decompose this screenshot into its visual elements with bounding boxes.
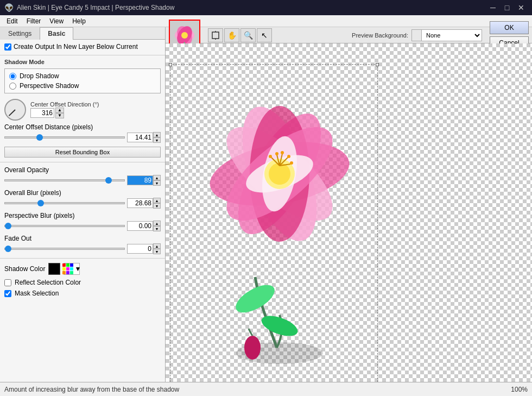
tool-select[interactable]: ↖: [257, 28, 272, 42]
svg-point-22: [275, 152, 278, 155]
mask-selection-checkbox[interactable]: [4, 290, 11, 297]
shadow-mode-label: Shadow Mode: [0, 58, 165, 66]
overall-blur-slider-row: ▲ ▼: [4, 198, 161, 209]
title-bar-title: Alien Skin | Eye Candy 5 Impact | Perspe…: [17, 4, 174, 11]
tool-transform[interactable]: [208, 28, 223, 42]
perspective-blur-slider[interactable]: [4, 225, 125, 227]
perspective-shadow-radio[interactable]: [9, 83, 16, 90]
reflect-selection-label: Reflect Selection Color: [15, 279, 81, 286]
overall-opacity-slider[interactable]: [4, 179, 125, 181]
offset-distance-down[interactable]: ▼: [153, 137, 161, 143]
pan-icon: ✋: [227, 31, 237, 40]
overall-blur-row: Overall Blur (pixels) ▲ ▼: [0, 187, 165, 210]
tab-settings[interactable]: Settings: [0, 27, 40, 40]
drop-shadow-row[interactable]: Drop Shadow: [9, 72, 156, 80]
overall-opacity-row: Overall Opacity ▲ ▼: [0, 165, 165, 187]
overall-opacity-slider-row: ▲ ▼: [4, 175, 161, 186]
tool-zoom[interactable]: 🔍: [240, 28, 256, 42]
perspective-shadow-label: Perspective Shadow: [20, 82, 79, 90]
menu-filter[interactable]: Filter: [22, 16, 46, 26]
direction-spin-btns: ▲ ▼: [55, 108, 64, 118]
fade-out-input-wrap: ▲ ▼: [127, 243, 161, 254]
close-button[interactable]: ✕: [515, 2, 528, 13]
preview-background-label: Preview Background:: [352, 32, 408, 39]
overall-blur-up[interactable]: ▲: [153, 198, 161, 203]
radio-group-shadow: Drop Shadow Perspective Shadow: [9, 72, 156, 90]
offset-distance-spin: ▲ ▼: [153, 132, 161, 143]
overall-blur-spin: ▲ ▼: [153, 198, 161, 209]
zoom-icon: 🔍: [244, 31, 253, 40]
offset-distance-input[interactable]: [127, 133, 153, 142]
fade-out-label: Fade Out: [4, 235, 161, 242]
offset-distance-slider[interactable]: [4, 136, 125, 139]
fade-out-slider-row: ▲ ▼: [4, 243, 161, 254]
preview-header: ✋ 🔍 ↖ Preview Background: None White Bla…: [166, 27, 532, 43]
perspective-blur-slider-row: ▲ ▼: [4, 221, 161, 231]
perspective-blur-down[interactable]: ▼: [153, 226, 161, 231]
fade-out-input[interactable]: [127, 244, 153, 254]
drop-shadow-radio[interactable]: [9, 73, 16, 80]
preview-tools: ✋ 🔍 ↖: [208, 28, 272, 42]
direction-input-row: ▲ ▼: [30, 108, 99, 118]
direction-dial[interactable]: [4, 99, 26, 121]
title-bar: 👽 Alien Skin | Eye Candy 5 Impact | Pers…: [0, 0, 532, 15]
svg-rect-5: [212, 32, 219, 39]
shadow-color-swatch[interactable]: [48, 263, 60, 275]
color-pattern-button[interactable]: ▼: [64, 263, 80, 275]
overall-blur-slider[interactable]: [4, 202, 125, 204]
create-output-row: Create Output In New Layer Below Current: [0, 40, 165, 53]
menu-edit[interactable]: Edit: [2, 16, 22, 26]
svg-point-31: [244, 336, 261, 360]
perspective-blur-label: Perspective Blur (pixels): [4, 212, 161, 219]
tool-pan[interactable]: ✋: [224, 28, 239, 42]
tab-basic[interactable]: Basic: [40, 27, 73, 40]
overall-opacity-down[interactable]: ▼: [153, 180, 161, 186]
create-output-checkbox[interactable]: [4, 43, 11, 51]
offset-distance-slider-row: ▲ ▼: [4, 132, 161, 143]
preview-background-select[interactable]: None White Black Custom: [422, 30, 482, 40]
fade-out-down[interactable]: ▼: [153, 249, 161, 254]
shadow-mode-section: Drop Shadow Perspective Shadow: [4, 68, 161, 93]
svg-point-3: [181, 32, 188, 39]
offset-distance-input-wrap: ▲ ▼: [127, 132, 161, 143]
preview-bg-controls: Preview Background: None White Black Cus…: [352, 29, 482, 41]
reset-bounding-box-button[interactable]: Reset Bounding Box: [4, 147, 161, 158]
menu-view[interactable]: View: [45, 16, 68, 26]
svg-point-26: [287, 155, 290, 158]
overall-opacity-input[interactable]: [127, 175, 153, 185]
menu-help[interactable]: Help: [68, 16, 90, 26]
canvas-area[interactable]: [166, 43, 532, 382]
reflect-selection-row: Reflect Selection Color: [0, 277, 165, 288]
pattern-dropdown-arrow: ▼: [74, 265, 81, 273]
perspective-shadow-row[interactable]: Perspective Shadow: [9, 82, 156, 90]
perspective-blur-up[interactable]: ▲: [153, 221, 161, 226]
direction-input[interactable]: [30, 108, 54, 118]
fade-out-up[interactable]: ▲: [153, 243, 161, 249]
direction-down-btn[interactable]: ▼: [55, 113, 64, 118]
fade-out-slider[interactable]: [4, 248, 125, 250]
svg-point-30: [290, 161, 293, 165]
ok-button[interactable]: OK: [490, 21, 529, 34]
drop-shadow-label: Drop Shadow: [20, 72, 59, 80]
shadow-color-row: Shadow Color ▼: [0, 261, 165, 277]
maximize-button[interactable]: □: [501, 2, 514, 13]
reflect-selection-checkbox[interactable]: [4, 279, 11, 286]
select-icon: ↖: [261, 31, 268, 40]
mask-selection-row: Mask Selection: [0, 288, 165, 299]
svg-point-9: [231, 279, 278, 318]
preview-bg-selector: None White Black Custom: [411, 29, 482, 41]
title-bar-left: 👽 Alien Skin | Eye Candy 5 Impact | Pers…: [4, 3, 174, 12]
offset-distance-up[interactable]: ▲: [153, 132, 161, 137]
direction-up-btn[interactable]: ▲: [55, 108, 64, 113]
fade-out-row: Fade Out ▲ ▼: [0, 233, 165, 256]
overall-blur-down[interactable]: ▼: [153, 203, 161, 209]
overall-opacity-up[interactable]: ▲: [153, 175, 161, 180]
perspective-blur-input[interactable]: [127, 221, 153, 231]
overall-opacity-spin: ▲ ▼: [153, 175, 161, 186]
left-panel: Settings Basic Create Output In New Laye…: [0, 27, 166, 382]
preview-bg-swatch: [412, 30, 422, 41]
overall-blur-input[interactable]: [127, 198, 153, 208]
direction-label: Center Offset Direction (°): [30, 101, 99, 108]
minimize-button[interactable]: ─: [486, 2, 499, 13]
svg-point-24: [281, 151, 284, 154]
